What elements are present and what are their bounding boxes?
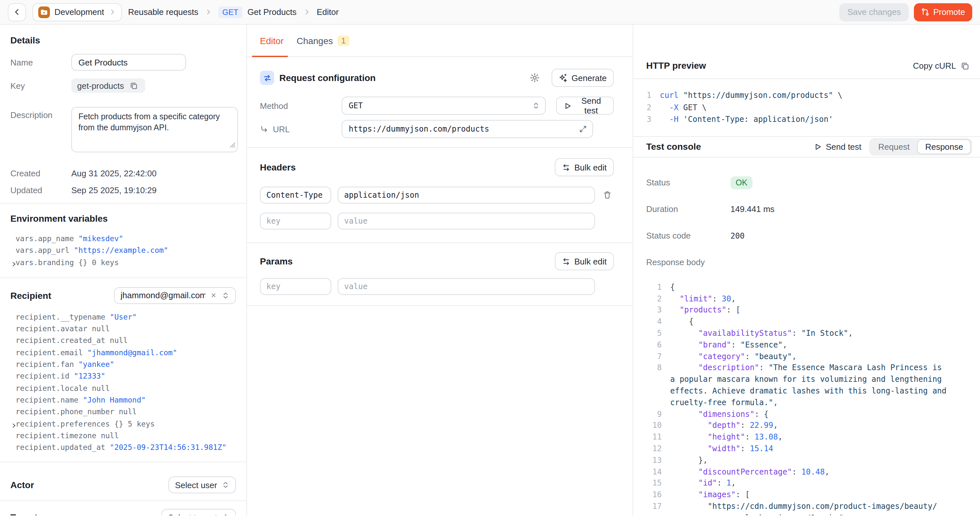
- app-root: Development Reusable requests GET Get Pr…: [0, 0, 980, 516]
- recipient-attr-row: recipient.__typename "User": [16, 311, 236, 323]
- trash-icon[interactable]: [601, 189, 613, 201]
- code-line: 11 "height": 13.08,: [649, 432, 967, 443]
- changes-count-badge: 1: [337, 35, 349, 46]
- line-content: -H 'Content-Type: application/json': [660, 113, 833, 126]
- method-select[interactable]: GET: [342, 97, 546, 115]
- chevron-up-down-icon: [532, 102, 540, 110]
- line-number: 4: [649, 316, 662, 328]
- method-badge: GET: [218, 6, 242, 18]
- editor-column: Editor Changes 1 Request configuration: [247, 25, 633, 515]
- code-line: 10 "depth": 22.99,: [649, 420, 967, 432]
- updated-value: Sep 25 2025, 19:10:29: [71, 185, 156, 195]
- line-content: "depth": 22.99,: [670, 420, 778, 432]
- line-content: "height": 13.08,: [670, 432, 783, 443]
- resize-handle-icon[interactable]: [229, 139, 235, 150]
- line-number: 5: [649, 328, 662, 340]
- recipient-attr-row: recipient.updated_at "2025-09-23T14:56:3…: [16, 441, 236, 454]
- line-content: -X GET \: [660, 102, 707, 113]
- header-value-input[interactable]: [338, 187, 595, 204]
- code-line: effects. Achieve dramatic lashes with th…: [649, 386, 967, 397]
- clear-icon[interactable]: [210, 292, 217, 299]
- expand-icon[interactable]: [579, 125, 587, 133]
- tab-changes[interactable]: Changes 1: [296, 25, 349, 56]
- code-line: 2 -X GET \: [642, 102, 974, 113]
- url-input[interactable]: [342, 120, 593, 138]
- code-line: essence-mascara-lash-princess/1.webp": [649, 513, 967, 515]
- copy-icon[interactable]: [129, 80, 140, 91]
- code-line: 4 {: [649, 316, 967, 328]
- breadcrumb-editor[interactable]: Editor: [317, 7, 339, 17]
- param-key-input[interactable]: [260, 278, 331, 295]
- attr-key: vars.branding: [16, 258, 78, 267]
- code-line: 1{: [649, 282, 967, 294]
- attr-value: "User": [110, 312, 137, 322]
- line-content: "https://cdn.dummyjson.com/product-image…: [670, 501, 937, 513]
- breadcrumb-request-name[interactable]: Get Products: [247, 7, 296, 17]
- line-number: 7: [649, 351, 662, 363]
- toggle-request[interactable]: Request: [870, 139, 918, 154]
- line-number: 3: [649, 305, 662, 317]
- generate-button[interactable]: Generate: [552, 69, 614, 87]
- toggle-response[interactable]: Response: [918, 139, 971, 154]
- headers-bulk-edit-button[interactable]: Bulk edit: [555, 158, 614, 176]
- gear-icon[interactable]: [528, 71, 541, 84]
- send-test-button[interactable]: Send test: [556, 97, 614, 115]
- line-number: 8: [649, 363, 662, 374]
- status-code-label: Status code: [646, 231, 730, 241]
- recipient-select[interactable]: jhammond@gmail.com: [114, 287, 236, 304]
- tab-editor[interactable]: Editor: [260, 25, 283, 56]
- param-value-input[interactable]: [338, 278, 595, 295]
- save-changes-button[interactable]: Save changes: [840, 3, 909, 21]
- line-content: "availabilityStatus": "In Stock",: [670, 328, 853, 340]
- recipient-attr-row: recipient.locale null: [16, 382, 236, 394]
- chevron-up-down-icon: [222, 514, 229, 515]
- attr-key: recipient.phone_number: [16, 408, 119, 417]
- line-content: "products": [: [670, 305, 740, 317]
- line-content: {: [670, 282, 675, 294]
- attr-value: null: [92, 384, 110, 392]
- header-key-input-empty[interactable]: [260, 213, 331, 229]
- line-number: 12: [649, 443, 662, 455]
- breadcrumb-reusable-requests[interactable]: Reusable requests: [128, 7, 198, 17]
- line-content: "brand": "Essence",: [670, 340, 787, 351]
- env-vars-list: vars.app_name "mikesdev"vars.app_url "ht…: [10, 233, 236, 268]
- promote-button[interactable]: Promote: [914, 3, 972, 21]
- line-content: "category": "beauty",: [670, 351, 797, 363]
- attr-key: recipient.email: [16, 348, 88, 357]
- code-line: cruelty-free formula.",: [649, 397, 967, 409]
- name-input[interactable]: [71, 54, 186, 71]
- code-line: 2 "limit": 30,: [649, 293, 967, 305]
- disclosure-chevron-icon[interactable]: [11, 258, 17, 270]
- response-body-label: Response body: [646, 258, 730, 268]
- code-line: 16 "images": [: [649, 489, 967, 501]
- target-select[interactable]: Select tenant: [161, 509, 236, 515]
- line-content: "limit": 30,: [670, 293, 736, 305]
- key-badge: get-products: [71, 78, 145, 93]
- actor-select[interactable]: Select user: [169, 477, 236, 494]
- params-bulk-edit-button[interactable]: Bulk edit: [555, 252, 614, 270]
- updated-label: Updated: [10, 185, 71, 195]
- header-key-input[interactable]: [260, 187, 331, 204]
- line-number: 17: [649, 501, 662, 513]
- recipient-attr-row: recipient.created_at null: [16, 335, 236, 347]
- recipient-attr-row: recipient.avatar null: [16, 323, 236, 335]
- project-switcher[interactable]: Development: [32, 3, 121, 21]
- line-content: "id": 1,: [670, 478, 736, 490]
- chevron-up-down-icon: [222, 481, 229, 489]
- console-send-test-button[interactable]: Send test: [813, 142, 861, 152]
- code-line: 1curl "https://dummyjson.com/products" \: [642, 89, 974, 102]
- back-button[interactable]: [8, 3, 26, 21]
- attr-value: "https://example.com": [74, 246, 168, 255]
- description-textarea[interactable]: Fetch products from a specific category …: [71, 107, 238, 152]
- header-value-input-empty[interactable]: [338, 213, 595, 229]
- line-number: [649, 386, 662, 397]
- params-title: Params: [260, 256, 293, 266]
- copy-curl-button[interactable]: Copy cURL: [913, 61, 970, 71]
- code-line: 12 "width": 15.14: [649, 443, 967, 455]
- headers-title: Headers: [260, 162, 296, 172]
- line-number: 1: [642, 89, 651, 102]
- attr-value: "jhammond@gmail.com": [88, 348, 177, 357]
- attr-value: "2025-09-23T14:56:31.981Z": [110, 443, 226, 452]
- attr-key: recipient.locale: [16, 384, 92, 392]
- code-line: 3 -H 'Content-Type: application/json': [642, 113, 974, 126]
